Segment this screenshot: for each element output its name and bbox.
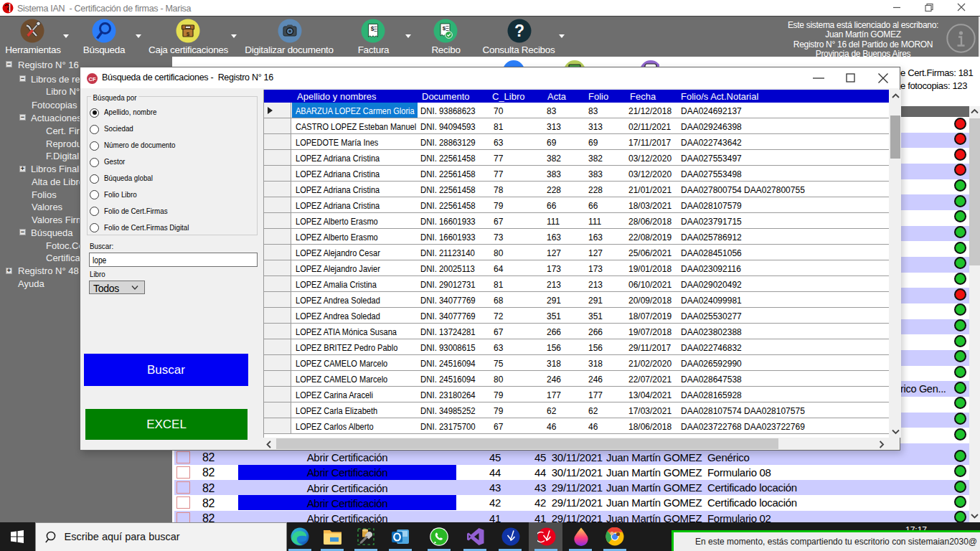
- svg-text:$: $: [187, 31, 190, 37]
- svg-text:CF: CF: [89, 75, 96, 82]
- svg-text:?: ?: [514, 22, 524, 40]
- svg-text:$: $: [443, 25, 446, 32]
- svg-text:$: $: [371, 25, 374, 32]
